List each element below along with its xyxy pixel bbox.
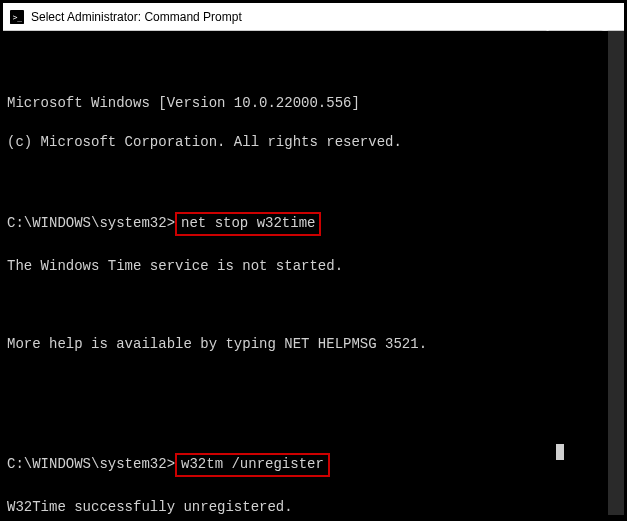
terminal-area[interactable]: Microsoft Windows [Version 10.0.22000.55… [3, 31, 624, 518]
output-2: W32Time successfully unregistered. [7, 498, 620, 518]
prompt-text: C:\WINDOWS\system32> [7, 456, 175, 472]
blank-line [7, 374, 620, 394]
titlebar[interactable]: >_ Select Administrator: Command Prompt [3, 3, 624, 31]
svg-text:>_: >_ [13, 12, 23, 21]
command-prompt-window: >_ Select Administrator: Command Prompt … [3, 3, 624, 518]
terminal-content: Microsoft Windows [Version 10.0.22000.55… [7, 74, 620, 518]
prompt-line-1: C:\WINDOWS\system32>net stop w32time [7, 211, 620, 237]
command-1: net stop w32time [175, 212, 321, 236]
blank-line [7, 413, 620, 433]
output-1: The Windows Time service is not started. [7, 257, 620, 277]
copyright-line: (c) Microsoft Corporation. All rights re… [7, 133, 620, 153]
cmd-icon: >_ [9, 9, 25, 25]
command-2: w32tm /unregister [175, 453, 330, 477]
window-title: Select Administrator: Command Prompt [31, 10, 242, 24]
text-cursor [556, 444, 564, 460]
blank-line [7, 172, 620, 192]
blank-line [7, 296, 620, 316]
version-line: Microsoft Windows [Version 10.0.22000.55… [7, 94, 620, 114]
output-1b: More help is available by typing NET HEL… [7, 335, 620, 355]
prompt-line-2: C:\WINDOWS\system32>w32tm /unregister [7, 452, 620, 478]
prompt-text: C:\WINDOWS\system32> [7, 215, 175, 231]
vertical-scrollbar[interactable] [608, 31, 624, 515]
